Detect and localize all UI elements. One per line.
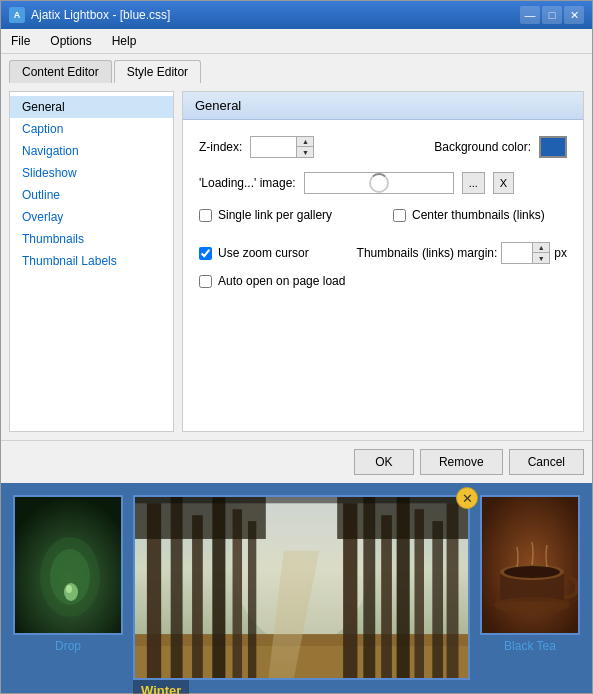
drop-scene	[15, 497, 121, 633]
tab-content-editor[interactable]: Content Editor	[9, 60, 112, 83]
menu-bar: File Options Help	[1, 29, 592, 54]
svg-rect-25	[135, 497, 468, 503]
drop-thumbnail-image[interactable]	[13, 495, 123, 635]
center-thumbs-checkbox[interactable]	[393, 209, 406, 222]
svg-rect-15	[248, 521, 256, 680]
maximize-button[interactable]: □	[542, 6, 562, 24]
single-link-checkbox[interactable]	[199, 209, 212, 222]
single-link-label[interactable]: Single link per gallery	[218, 208, 332, 222]
title-bar-left: A Ajatix Lightbox - [blue.css]	[9, 7, 170, 23]
svg-point-30	[504, 566, 560, 578]
tea-thumb-label: Black Tea	[504, 639, 556, 653]
footer-buttons: OK Remove Cancel	[1, 440, 592, 483]
main-window: A Ajatix Lightbox - [blue.css] ― □ ✕ Fil…	[0, 0, 593, 694]
loading-spinner-icon	[369, 173, 389, 193]
zoom-cursor-row: Use zoom cursor	[199, 246, 357, 260]
minimize-button[interactable]: ―	[520, 6, 540, 24]
forest-caption: Winter	[133, 680, 189, 694]
remove-button[interactable]: Remove	[420, 449, 503, 475]
tea-thumbnail-image[interactable]	[480, 495, 580, 635]
loading-clear-button[interactable]: X	[493, 172, 514, 194]
close-gallery-button[interactable]: ✕	[456, 487, 478, 509]
thumbs-margin-label: Thumbnails (links) margin:	[357, 246, 498, 260]
svg-point-3	[64, 583, 78, 601]
center-thumbs-label[interactable]: Center thumbnails (links)	[412, 208, 545, 222]
sidebar-item-general[interactable]: General	[10, 96, 173, 118]
tab-style-editor[interactable]: Style Editor	[114, 60, 201, 83]
close-button[interactable]: ✕	[564, 6, 584, 24]
sidebar-item-navigation[interactable]: Navigation	[10, 140, 173, 162]
svg-point-4	[66, 585, 72, 593]
main-image-container: ✕	[133, 495, 470, 694]
zindex-spinner[interactable]: 999 ▲ ▼	[250, 136, 314, 158]
thumbs-margin-input[interactable]: 5	[502, 243, 532, 263]
content-panel: General Z-index: 999 ▲ ▼ Background colo…	[182, 91, 584, 432]
auto-open-label[interactable]: Auto open on page load	[218, 274, 345, 288]
zindex-spin-buttons: ▲ ▼	[296, 137, 313, 157]
forest-main-image[interactable]	[133, 495, 470, 680]
tabs-bar: Content Editor Style Editor	[1, 54, 592, 83]
window-title: Ajatix Lightbox - [blue.css]	[31, 8, 170, 22]
gallery-section: Drop ✕	[1, 483, 592, 693]
zoom-cursor-label[interactable]: Use zoom cursor	[218, 246, 309, 260]
title-controls: ― □ ✕	[520, 6, 584, 24]
title-bar: A Ajatix Lightbox - [blue.css] ― □ ✕	[1, 1, 592, 29]
thumbs-margin-spin-buttons: ▲ ▼	[532, 243, 549, 263]
single-link-row: Single link per gallery	[199, 208, 373, 222]
thumbs-margin-spin-up[interactable]: ▲	[533, 243, 549, 253]
loading-field[interactable]	[304, 172, 454, 194]
sidebar-item-thumbnails[interactable]: Thumbnails	[10, 228, 173, 250]
zoom-cursor-checkbox[interactable]	[199, 247, 212, 260]
menu-help[interactable]: Help	[102, 31, 147, 51]
auto-open-checkbox[interactable]	[199, 275, 212, 288]
sidebar-item-thumbnail-labels[interactable]: Thumbnail Labels	[10, 250, 173, 272]
center-thumbs-row: Center thumbnails (links)	[393, 208, 567, 222]
sidebar-item-overlay[interactable]: Overlay	[10, 206, 173, 228]
thumbs-margin-spinner[interactable]: 5 ▲ ▼	[501, 242, 550, 264]
svg-point-31	[494, 597, 570, 613]
ok-button[interactable]: OK	[354, 449, 414, 475]
zindex-spin-up[interactable]: ▲	[297, 137, 313, 147]
loading-row: 'Loading...' image: ... X	[199, 172, 567, 194]
auto-open-row: Auto open on page load	[199, 274, 567, 288]
drop-thumb-label: Drop	[55, 639, 81, 653]
zindex-input[interactable]: 999	[251, 137, 296, 157]
cancel-button[interactable]: Cancel	[509, 449, 584, 475]
app-icon: A	[9, 7, 25, 23]
thumbs-margin-unit: px	[554, 246, 567, 260]
loading-label: 'Loading...' image:	[199, 176, 296, 190]
menu-file[interactable]: File	[1, 31, 40, 51]
panel-body: Z-index: 999 ▲ ▼ Background color: 'Load…	[183, 120, 583, 431]
loading-browse-button[interactable]: ...	[462, 172, 485, 194]
gallery-thumb-drop[interactable]: Drop	[13, 495, 123, 653]
main-content: General Caption Navigation Slideshow Out…	[1, 83, 592, 440]
zoom-row: Use zoom cursor Thumbnails (links) margi…	[199, 242, 567, 264]
svg-rect-18	[381, 515, 392, 680]
svg-rect-24	[337, 497, 468, 539]
gallery-thumb-tea[interactable]: Black Tea	[480, 495, 580, 653]
zindex-label: Z-index:	[199, 140, 242, 154]
bg-color-swatch[interactable]	[539, 136, 567, 158]
zindex-spin-down[interactable]: ▼	[297, 147, 313, 157]
svg-rect-12	[192, 515, 203, 680]
bg-color-label: Background color:	[434, 140, 531, 154]
thumbs-margin-spin-down[interactable]: ▼	[533, 253, 549, 263]
svg-rect-23	[135, 497, 266, 539]
sidebar-item-slideshow[interactable]: Slideshow	[10, 162, 173, 184]
sidebar-item-outline[interactable]: Outline	[10, 184, 173, 206]
svg-rect-21	[432, 521, 443, 680]
checkboxes-row1: Single link per gallery Center thumbnail…	[199, 208, 567, 232]
sidebar-item-caption[interactable]: Caption	[10, 118, 173, 140]
zindex-row: Z-index: 999 ▲ ▼ Background color:	[199, 136, 567, 158]
sidebar: General Caption Navigation Slideshow Out…	[9, 91, 174, 432]
panel-header: General	[183, 92, 583, 120]
menu-options[interactable]: Options	[40, 31, 101, 51]
